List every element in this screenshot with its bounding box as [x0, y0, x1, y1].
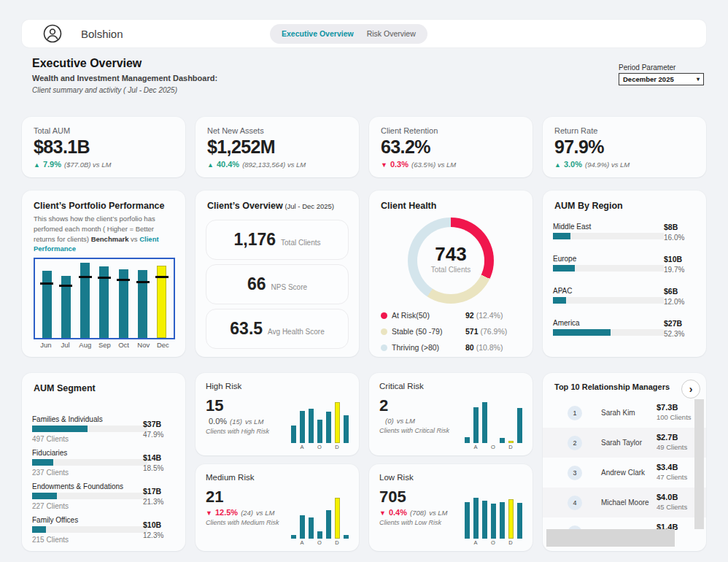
month-tick-label	[290, 444, 296, 450]
client-health-legend: At Risk(50) 92(12.4%) Stable (50 -79) 57…	[381, 307, 525, 355]
low-risk-trend-chart[interactable]: AOD	[464, 498, 522, 546]
user-avatar-icon[interactable]	[43, 24, 62, 43]
legend-count: 80	[465, 343, 474, 352]
stat-total-clients: 1,176Total Clients	[206, 220, 349, 260]
legend-value: 80(10.8%)	[465, 343, 525, 352]
trend-bar[interactable]	[473, 407, 479, 443]
kpi-card-client-retention: Client Retention 63.2% ▼ 0.3% (63.5%) vs…	[369, 117, 533, 177]
kpi-change-pct: 3.0%	[564, 160, 582, 169]
region-row-america[interactable]: America $27B52.3%	[553, 319, 696, 336]
stat-value: 63.5	[230, 319, 263, 339]
month-tick-label	[499, 444, 505, 450]
benchmark-line	[59, 285, 72, 287]
critical-risk-trend-chart[interactable]: AOD	[464, 402, 522, 450]
segment-bar-track	[32, 526, 147, 533]
kpi-title: Return Rate	[554, 126, 694, 135]
region-row-middle-east[interactable]: Middle East $8B16.0%	[553, 223, 696, 239]
region-row-apac[interactable]: APAC $6B12.0%	[553, 287, 696, 304]
trend-bar[interactable]	[482, 402, 487, 443]
manager-values: $2.7B49 Clients	[657, 433, 693, 451]
portfolio-chart[interactable]	[34, 258, 175, 339]
month-tick-label	[481, 539, 487, 546]
trend-bar[interactable]	[482, 501, 487, 539]
segment-value: $17B	[143, 487, 175, 496]
legend-row-stable[interactable]: Stable (50 -79) 571(76.9%)	[381, 323, 525, 339]
portfolio-bar-aug[interactable]	[80, 263, 90, 338]
trend-bar[interactable]	[473, 498, 479, 539]
stat-nps-score: 66NPS Score	[206, 264, 349, 304]
segment-row-fiduciaries[interactable]: Fiduciaries 237 Clients $14B18.5%	[32, 449, 175, 477]
horizontal-scrollbar[interactable]	[546, 529, 675, 547]
trend-bar[interactable]	[517, 503, 522, 539]
segment-row-families[interactable]: Families & Individuals 497 Clients $37B4…	[32, 415, 175, 443]
period-parameter-label: Period Parameter	[619, 63, 675, 72]
trend-bar[interactable]	[300, 515, 305, 539]
period-parameter-select[interactable]: December 2025 ▾	[619, 73, 704, 85]
trend-bar[interactable]	[335, 498, 340, 539]
manager-name: Andrew Clark	[601, 469, 652, 477]
trend-bar[interactable]	[335, 402, 340, 443]
segment-row-family-offices[interactable]: Family Offices 215 Clients $10B12.3%	[32, 516, 175, 544]
month-tick-label	[343, 539, 349, 546]
chevron-right-icon[interactable]: ›	[681, 380, 700, 399]
segment-row-endowments[interactable]: Endowments & Foundations 227 Clients $17…	[32, 482, 175, 510]
month-tick-label: D	[334, 444, 340, 450]
kpi-change-detail: (94.9%) vs LM	[585, 161, 630, 169]
trend-bar[interactable]	[508, 499, 514, 539]
region-bar-fill	[553, 265, 575, 272]
trend-bar[interactable]	[309, 409, 314, 443]
trend-bar[interactable]	[291, 426, 296, 443]
manager-row[interactable]: 3 Andrew Clark $3.4B47 Clients	[543, 458, 706, 488]
trend-bar[interactable]	[344, 535, 349, 539]
month-tick-label	[308, 444, 314, 450]
trend-bar[interactable]	[344, 415, 349, 443]
trend-bar[interactable]	[465, 502, 470, 539]
manager-values: $4.0B45 Clients	[657, 493, 693, 511]
trend-bar[interactable]	[309, 517, 314, 539]
manager-row[interactable]: 1 Sarah Kim $7.3B100 Clients	[543, 398, 706, 428]
high-risk-trend-chart[interactable]: AOD	[290, 402, 349, 450]
region-row-europe[interactable]: Europe $10B19.7%	[553, 255, 696, 272]
trend-bar[interactable]	[465, 437, 470, 443]
trend-bar[interactable]	[500, 438, 505, 443]
trend-bar[interactable]	[500, 502, 505, 539]
page-title: Executive Overview	[32, 57, 142, 70]
portfolio-title: Client’s Portfolio Performance	[22, 190, 185, 211]
manager-row[interactable]: 4 Michael Moore $4.0B45 Clients	[543, 488, 706, 517]
risk-title: Critical Risk	[369, 373, 533, 390]
trend-bar[interactable]	[291, 535, 296, 539]
trend-bar[interactable]	[326, 510, 331, 539]
manager-name: Sarah Taylor	[601, 439, 652, 447]
segment-pct: 18.5%	[143, 464, 175, 472]
legend-row-at-risk[interactable]: At Risk(50) 92(12.4%)	[381, 307, 525, 323]
benchmark-line	[117, 279, 130, 281]
stat-avg-health-score: 63.5Avg Health Score	[206, 309, 349, 349]
legend-row-thriving[interactable]: Thriving (>80) 80(10.8%)	[381, 339, 525, 355]
kpi-change-pct: 7.9%	[43, 160, 61, 169]
trend-bar[interactable]	[317, 531, 322, 539]
portfolio-bar-jun[interactable]	[42, 271, 52, 338]
medium-risk-trend-chart[interactable]: AOD	[290, 498, 349, 546]
region-pct: 19.7%	[664, 266, 696, 274]
manager-row[interactable]: 2 Sarah Taylor $2.7B49 Clients	[543, 428, 706, 458]
tab-risk-overview[interactable]: Risk Overview	[367, 29, 416, 38]
month-tick-label: O	[317, 539, 322, 546]
trend-bar[interactable]	[508, 441, 514, 443]
trend-bar[interactable]	[491, 504, 496, 539]
tab-executive-overview[interactable]: Executive Overview	[282, 29, 354, 38]
trend-bar[interactable]	[300, 411, 305, 443]
trend-bar[interactable]	[317, 420, 322, 443]
trend-bar[interactable]	[517, 408, 522, 443]
client-overview-card: Client’s Overview (Jul - Dec 2025) 1,176…	[195, 190, 359, 357]
kpi-value: $83.1B	[34, 136, 174, 158]
kpi-change-pct: 40.4%	[217, 160, 239, 169]
portfolio-bar-nov[interactable]	[138, 270, 147, 338]
segment-bar-fill	[32, 459, 53, 466]
vertical-scrollbar[interactable]	[694, 399, 704, 529]
risk-vs-label: vs LM	[429, 509, 447, 517]
month-tick-label	[499, 539, 505, 546]
manager-clients: 49 Clients	[657, 443, 693, 451]
risk-vs-label: vs LM	[256, 509, 274, 517]
legend-label: Stable (50 -79)	[392, 327, 442, 336]
trend-bar[interactable]	[326, 412, 331, 443]
